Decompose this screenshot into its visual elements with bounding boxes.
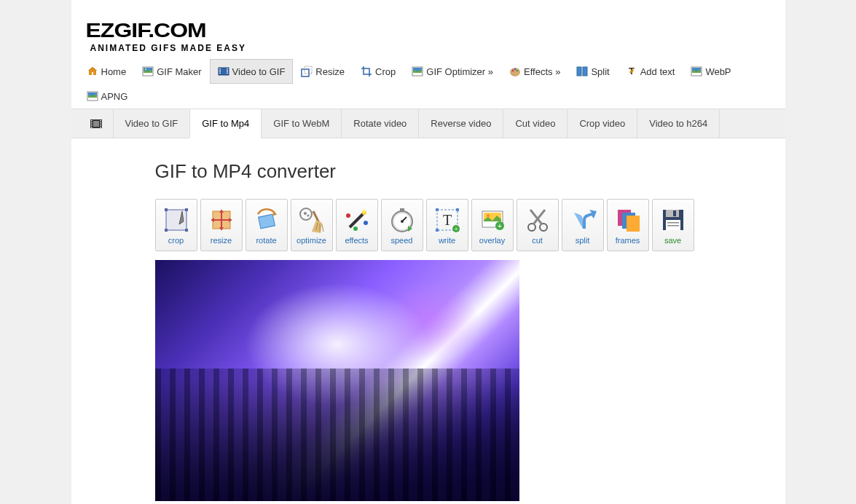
palette-icon <box>509 66 521 77</box>
nav-label: Video to GIF <box>232 66 286 77</box>
text-icon: T <box>626 66 637 77</box>
rotate-icon <box>252 205 281 235</box>
svg-rect-37 <box>93 121 99 127</box>
tool-effects[interactable]: effects <box>336 199 378 251</box>
svg-point-66 <box>487 214 490 217</box>
svg-text:+: + <box>498 222 502 230</box>
tool-label: overlay <box>479 236 505 245</box>
svg-text:+: + <box>454 226 458 232</box>
film-icon <box>89 117 103 131</box>
preview-image <box>155 260 519 501</box>
nav-label: APNG <box>101 91 128 102</box>
tool-overlay[interactable]: + overlay <box>471 199 514 251</box>
home-icon <box>87 66 98 77</box>
svg-point-46 <box>304 212 307 215</box>
svg-point-55 <box>401 220 404 223</box>
svg-rect-79 <box>667 225 679 227</box>
tool-label: rotate <box>256 236 276 245</box>
logo-subtitle: ANIMATED GIFS MADE EASY <box>90 43 785 53</box>
nav-effects[interactable]: Effects » <box>501 59 568 84</box>
tool-save[interactable]: save <box>652 199 694 251</box>
nav-label: GIF Optimizer » <box>426 66 493 77</box>
svg-rect-32 <box>91 127 93 128</box>
tool-split[interactable]: split <box>562 199 604 251</box>
svg-rect-29 <box>91 120 93 122</box>
nav-label: Add text <box>640 66 675 77</box>
nav-crop[interactable]: Crop <box>353 59 404 84</box>
svg-point-51 <box>353 227 358 231</box>
tool-label: crop <box>168 236 184 245</box>
resize-icon <box>301 66 313 77</box>
scissors-icon <box>523 205 552 235</box>
tool-label: save <box>664 236 681 245</box>
svg-rect-39 <box>165 208 168 211</box>
svg-text:T: T <box>442 212 451 228</box>
video-icon <box>218 66 229 77</box>
tool-optimize[interactable]: optimize <box>291 199 333 251</box>
crop-icon <box>361 66 372 77</box>
svg-rect-44 <box>258 214 275 229</box>
nav-label: Home <box>101 66 127 77</box>
nav-apng[interactable]: APNG <box>79 84 136 109</box>
subnav-gif-to-webm[interactable]: GIF to WebM <box>261 109 342 138</box>
tool-speed[interactable]: speed <box>381 199 423 251</box>
nav-label: GIF Maker <box>157 66 201 77</box>
tool-cut[interactable]: cut <box>517 199 559 251</box>
image-icon <box>142 66 154 77</box>
svg-rect-5 <box>219 70 221 71</box>
logo-title: EZGIF.COM <box>86 20 785 42</box>
subnav-rotate-video[interactable]: Rotate video <box>341 109 419 138</box>
svg-point-50 <box>364 221 368 225</box>
main-nav: Home GIF Maker Video to GIF Resize Crop <box>71 59 785 109</box>
split-icon <box>576 66 588 77</box>
nav-gif-maker[interactable]: GIF Maker <box>134 59 209 84</box>
tool-label: resize <box>211 236 232 245</box>
svg-rect-13 <box>305 66 312 74</box>
nav-resize[interactable]: Resize <box>293 59 353 84</box>
wand-icon <box>342 205 372 235</box>
svg-rect-54 <box>400 208 404 211</box>
svg-rect-11 <box>227 73 228 74</box>
stopwatch-icon <box>388 205 417 235</box>
nav-webp[interactable]: WebP <box>683 59 739 84</box>
text-layer-icon: T+ <box>433 205 462 235</box>
tool-rotate[interactable]: rotate <box>246 199 288 251</box>
subnav-crop-video[interactable]: Crop video <box>567 109 637 138</box>
svg-rect-22 <box>583 67 587 76</box>
svg-rect-59 <box>436 229 439 232</box>
nav-home[interactable]: Home <box>79 59 135 84</box>
svg-point-19 <box>517 70 518 71</box>
tool-crop[interactable]: crop <box>155 199 197 251</box>
subnav-video-to-gif[interactable]: Video to GIF <box>113 109 191 138</box>
nav-split[interactable]: Split <box>568 59 617 84</box>
overlay-icon: + <box>478 205 507 235</box>
subnav-cut-video[interactable]: Cut video <box>503 109 568 138</box>
tool-frames[interactable]: frames <box>607 199 649 251</box>
toolbar: crop resize rotate optimize <box>155 199 785 251</box>
nav-add-text[interactable]: T Add text <box>618 59 683 84</box>
subnav-reverse-video[interactable]: Reverse video <box>418 109 503 138</box>
nav-video-to-gif[interactable]: Video to GIF <box>210 59 294 84</box>
svg-rect-4 <box>219 68 221 69</box>
svg-rect-12 <box>302 69 309 76</box>
content: GIF to MP4 converter crop resize rotate <box>71 138 785 504</box>
svg-rect-34 <box>100 122 101 124</box>
tool-write[interactable]: T+ write <box>426 199 468 251</box>
split-arrow-icon <box>568 205 597 235</box>
subnav-video-to-h264[interactable]: Video to h264 <box>637 109 720 138</box>
svg-rect-35 <box>100 125 101 126</box>
page-title: GIF to MP4 converter <box>155 160 785 183</box>
svg-point-49 <box>346 213 350 218</box>
subnav-gif-to-mp4[interactable]: GIF to Mp4 <box>189 109 262 138</box>
image-icon <box>691 66 702 77</box>
tool-label: write <box>439 236 455 245</box>
svg-rect-75 <box>666 210 679 217</box>
svg-point-17 <box>512 70 514 71</box>
svg-rect-78 <box>667 222 679 224</box>
resize-icon <box>207 205 236 235</box>
tool-label: effects <box>345 236 368 245</box>
tool-resize[interactable]: resize <box>200 199 243 251</box>
svg-rect-31 <box>91 125 93 126</box>
header: EZGIF.COM ANIMATED GIFS MADE EASY <box>71 0 785 59</box>
nav-gif-optimizer[interactable]: GIF Optimizer » <box>404 59 501 84</box>
